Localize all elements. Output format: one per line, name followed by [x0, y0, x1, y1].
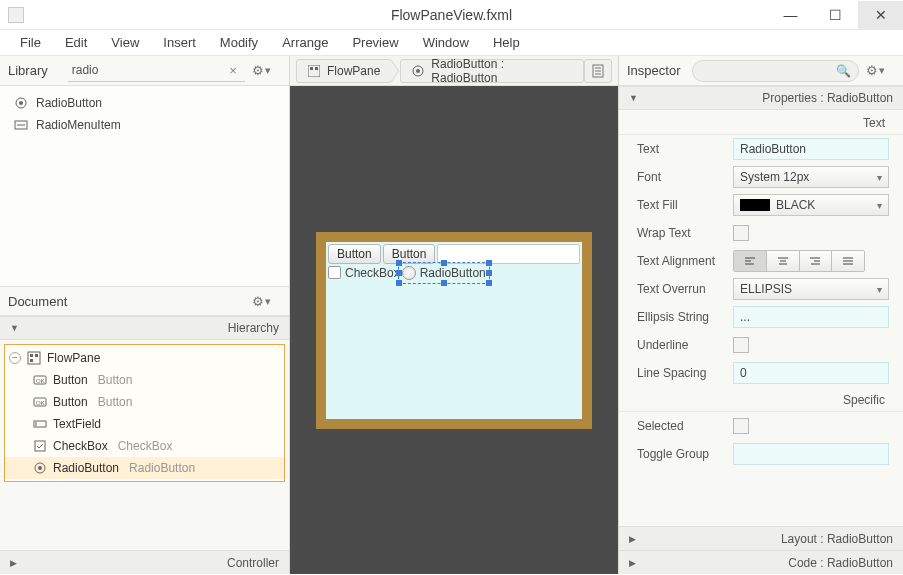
prop-textoverrun-label: Text Overrun [637, 282, 723, 296]
tree-row-button[interactable]: OK Button Button [5, 391, 284, 413]
radio-dot-icon [402, 266, 416, 280]
breadcrumb-item-radiobutton[interactable]: RadioButton : RadioButton [400, 59, 584, 83]
collapse-icon[interactable]: − [9, 352, 21, 364]
search-icon: 🔍 [836, 64, 851, 78]
canvas-checkbox[interactable]: CheckBox [328, 266, 400, 280]
prop-font-value: System 12px [740, 170, 809, 184]
prop-linespacing-label: Line Spacing [637, 366, 723, 380]
tree-row-checkbox[interactable]: CheckBox CheckBox [5, 435, 284, 457]
canvas-flowpane[interactable]: Button Button CheckBox RadioButton [326, 242, 582, 419]
titlebar: FlowPaneView.fxml — ☐ ✕ [0, 0, 903, 30]
library-item-radiomenuitem[interactable]: RadioMenuItem [0, 114, 289, 136]
svg-rect-14 [35, 441, 45, 451]
prop-selected-checkbox[interactable] [733, 418, 749, 434]
library-item-radiobutton[interactable]: RadioButton [0, 92, 289, 114]
menu-arrange[interactable]: Arrange [282, 35, 328, 50]
canvas-button-1[interactable]: Button [328, 244, 381, 264]
triangle-down-icon: ▼ [629, 93, 638, 103]
canvas-radiobutton[interactable]: RadioButton [402, 266, 486, 280]
tree-row-button[interactable]: OK Button Button [5, 369, 284, 391]
controller-label: Controller [227, 556, 279, 570]
prop-linespacing-input[interactable] [733, 362, 889, 384]
library-header: Library × ⚙ ▾ [0, 56, 289, 86]
tree-row-textfield[interactable]: TextField [5, 413, 284, 435]
tree-label: RadioButton [53, 461, 119, 475]
breadcrumb-arrow-icon [390, 59, 398, 83]
menu-modify[interactable]: Modify [220, 35, 258, 50]
prop-textoverrun-combo[interactable]: ELLIPSIS [733, 278, 889, 300]
menu-file[interactable]: File [20, 35, 41, 50]
radio-icon [33, 461, 47, 475]
hierarchy-tree: − FlowPane OK Button Button OK Button Bu… [0, 340, 289, 550]
prop-textalign-label: Text Alignment [637, 254, 723, 268]
design-canvas[interactable]: Button Button CheckBox RadioButton [290, 86, 618, 574]
inspector-menu-icon[interactable]: ⚙ [865, 64, 879, 78]
breadcrumb-label: FlowPane [327, 64, 380, 78]
library-search-input[interactable] [68, 60, 245, 82]
library-menu-icon[interactable]: ⚙ [251, 64, 265, 78]
layout-section-header[interactable]: ▶ Layout : RadioButton [619, 526, 903, 550]
library-menu-chevron-icon[interactable]: ▾ [265, 64, 277, 77]
svg-text:OK: OK [36, 400, 45, 406]
library-title: Library [8, 63, 48, 78]
prop-togglegroup-input[interactable] [733, 443, 889, 465]
group-specific-label: Specific [619, 387, 903, 412]
inspector-header: Inspector 🔍 ⚙ ▾ [619, 56, 903, 86]
prop-textalign: Text Alignment [619, 247, 903, 275]
canvas-window-frame: Button Button CheckBox RadioButton [316, 232, 592, 429]
prop-text-input[interactable] [733, 138, 889, 160]
align-justify-button[interactable] [832, 251, 864, 271]
align-right-button[interactable] [800, 251, 833, 271]
prop-font-combo[interactable]: System 12px [733, 166, 889, 188]
code-section-header[interactable]: ▶ Code : RadioButton [619, 550, 903, 574]
prop-text: Text [619, 135, 903, 163]
prop-wraptext-checkbox[interactable] [733, 225, 749, 241]
menu-insert[interactable]: Insert [163, 35, 196, 50]
hierarchy-header[interactable]: ▼ Hierarchy [0, 316, 289, 340]
layout-section-label: Layout : RadioButton [781, 532, 893, 546]
svg-rect-18 [310, 67, 313, 70]
svg-text:OK: OK [36, 378, 45, 384]
align-center-button[interactable] [767, 251, 800, 271]
canvas-button-2[interactable]: Button [383, 244, 436, 264]
breadcrumb-item-flowpane[interactable]: FlowPane [296, 59, 391, 83]
prop-underline-checkbox[interactable] [733, 337, 749, 353]
align-left-button[interactable] [734, 251, 767, 271]
properties-section-label: Properties : RadioButton [762, 91, 893, 105]
prop-text-label: Text [637, 142, 723, 156]
menu-edit[interactable]: Edit [65, 35, 87, 50]
canvas-checkbox-label: CheckBox [345, 266, 400, 280]
prop-underline-label: Underline [637, 338, 723, 352]
document-options-icon[interactable] [584, 59, 612, 83]
prop-ellipsis-label: Ellipsis String [637, 310, 723, 324]
document-menu-icon[interactable]: ⚙ [251, 294, 265, 308]
menu-preview[interactable]: Preview [352, 35, 398, 50]
checkbox-icon [33, 439, 47, 453]
inspector-menu-chevron-icon[interactable]: ▾ [879, 64, 891, 77]
inspector-search-input[interactable] [692, 60, 859, 82]
properties-section-header[interactable]: ▼ Properties : RadioButton [619, 86, 903, 110]
minimize-button[interactable]: — [768, 1, 813, 29]
maximize-button[interactable]: ☐ [813, 1, 858, 29]
menu-help[interactable]: Help [493, 35, 520, 50]
tree-row-radiobutton[interactable]: RadioButton RadioButton [5, 457, 284, 479]
library-item-label: RadioButton [36, 96, 102, 110]
prop-textfill-label: Text Fill [637, 198, 723, 212]
menuitem-icon [14, 118, 28, 132]
canvas-textfield[interactable] [437, 244, 580, 264]
flowpane-icon [27, 351, 41, 365]
prop-textoverrun: Text Overrun ELLIPSIS [619, 275, 903, 303]
controller-header[interactable]: ▶ Controller [0, 550, 289, 574]
clear-search-icon[interactable]: × [225, 63, 241, 79]
tree-row-flowpane[interactable]: − FlowPane [5, 347, 284, 369]
close-button[interactable]: ✕ [858, 1, 903, 29]
checkbox-box-icon [328, 266, 341, 279]
document-menu-chevron-icon[interactable]: ▾ [265, 295, 277, 308]
menu-window[interactable]: Window [423, 35, 469, 50]
prop-textfill-combo[interactable]: BLACK [733, 194, 889, 216]
code-section-label: Code : RadioButton [788, 556, 893, 570]
menu-view[interactable]: View [111, 35, 139, 50]
svg-rect-6 [35, 354, 38, 357]
prop-textfill: Text Fill BLACK [619, 191, 903, 219]
prop-ellipsis-input[interactable] [733, 306, 889, 328]
